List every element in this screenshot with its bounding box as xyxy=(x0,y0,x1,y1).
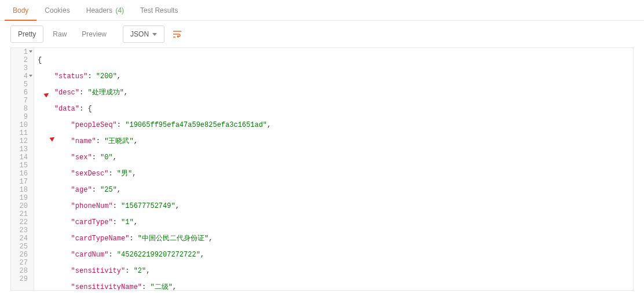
json-key: "cardNum" xyxy=(71,251,109,259)
tab-test-results[interactable]: Test Results xyxy=(132,0,186,21)
json-key: "sexDesc" xyxy=(71,170,109,178)
json-value: "0" xyxy=(100,153,113,162)
brace: { xyxy=(38,56,42,64)
tab-headers[interactable]: Headers (4) xyxy=(78,0,132,21)
line-gutter: 1 2 3 4 5 6 7 8 9 10 11 12 13 14 15 16 1… xyxy=(11,48,34,290)
line-number: 7 xyxy=(11,97,34,105)
tab-headers-label: Headers xyxy=(86,6,112,14)
line-number: 17 xyxy=(11,178,34,186)
line-number: 8 xyxy=(11,105,34,113)
line-number: 15 xyxy=(11,162,34,170)
tab-body[interactable]: Body xyxy=(5,0,36,21)
tab-cookies[interactable]: Cookies xyxy=(36,0,78,21)
preview-button[interactable]: Preview xyxy=(76,26,112,42)
json-value: "王晓武" xyxy=(104,137,133,145)
raw-button[interactable]: Raw xyxy=(47,26,72,42)
fold-icon[interactable] xyxy=(29,50,32,53)
chevron-down-icon xyxy=(152,33,157,36)
json-key: "data" xyxy=(54,105,79,113)
json-key: "peopleSeq" xyxy=(71,121,117,129)
json-key: "desc" xyxy=(54,89,79,97)
json-key: "cardType" xyxy=(71,218,113,226)
line-number: 28 xyxy=(11,267,34,275)
line-number: 27 xyxy=(11,259,34,267)
json-value: "1" xyxy=(121,218,134,226)
line-number: 16 xyxy=(11,170,34,178)
wrap-lines-icon[interactable] xyxy=(168,27,186,42)
json-value: "15677752749" xyxy=(121,202,175,210)
code-content[interactable]: { "status": "200", "desc": "处理成功", "data… xyxy=(34,48,633,290)
json-key: "phoneNum" xyxy=(71,202,113,210)
json-key: "sensitivity" xyxy=(71,267,126,275)
line-number: 25 xyxy=(11,243,34,251)
line-number: 21 xyxy=(11,210,34,218)
json-key: "status" xyxy=(54,72,88,80)
json-key: "sensitivityName" xyxy=(71,283,142,291)
line-number: 3 xyxy=(11,64,34,72)
line-number: 2 xyxy=(11,56,34,64)
json-value: "19065ff95efa47a59e825efa3c1651ad" xyxy=(125,121,267,129)
line-number: 13 xyxy=(11,145,34,153)
line-number: 18 xyxy=(11,186,34,194)
response-tabs: Body Cookies Headers (4) Test Results xyxy=(0,0,644,21)
line-number: 9 xyxy=(11,113,34,121)
line-number: 11 xyxy=(11,129,34,137)
line-number: 24 xyxy=(11,235,34,243)
line-number: 23 xyxy=(11,226,34,235)
line-number: 12 xyxy=(11,137,34,145)
line-number: 10 xyxy=(11,121,34,129)
json-key: "cardTypeName" xyxy=(71,235,130,243)
line-number: 26 xyxy=(11,251,34,259)
line-number: 19 xyxy=(11,194,34,202)
json-value: "男" xyxy=(117,170,132,178)
json-key: "name" xyxy=(71,137,96,145)
line-number: 6 xyxy=(11,89,34,97)
line-number: 5 xyxy=(11,80,34,89)
line-number: 1 xyxy=(11,48,34,56)
json-value: "25" xyxy=(100,186,117,194)
headers-count: (4) xyxy=(115,6,124,14)
line-number: 22 xyxy=(11,218,34,226)
format-label: JSON xyxy=(130,30,149,38)
json-key: "sex" xyxy=(71,153,92,162)
json-value: "二级" xyxy=(150,283,172,291)
json-editor[interactable]: 1 2 3 4 5 6 7 8 9 10 11 12 13 14 15 16 1… xyxy=(10,47,634,291)
json-value: "200" xyxy=(96,72,117,80)
json-value: "中国公民二代身份证" xyxy=(138,235,208,243)
fold-icon[interactable] xyxy=(29,75,32,77)
json-value: "452622199207272722" xyxy=(117,251,200,259)
json-value: "处理成功" xyxy=(87,89,123,97)
line-number: 14 xyxy=(11,153,34,162)
line-number: 4 xyxy=(11,72,34,80)
line-number: 20 xyxy=(11,202,34,210)
json-value: "2" xyxy=(134,267,147,275)
pretty-button[interactable]: Pretty xyxy=(10,25,43,43)
json-key: "age" xyxy=(71,186,92,194)
format-dropdown[interactable]: JSON xyxy=(123,25,164,43)
response-toolbar: Pretty Raw Preview JSON xyxy=(0,21,644,47)
line-number: 29 xyxy=(11,275,34,283)
